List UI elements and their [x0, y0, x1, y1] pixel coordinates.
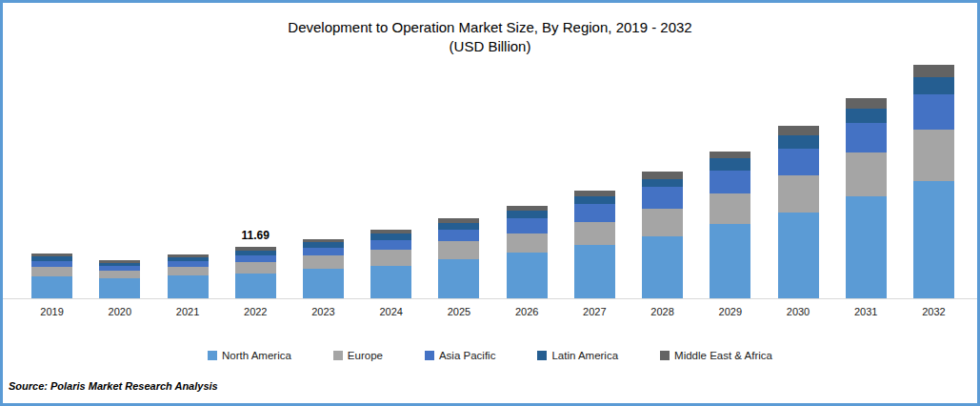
legend-label: Asia Pacific [439, 350, 495, 361]
bar-segment-asia-pacific [303, 248, 344, 255]
bar-segment-asia-pacific [642, 187, 683, 208]
bar-segment-europe [235, 262, 276, 274]
stacked-bar-2026 [507, 206, 548, 298]
x-axis-labels: 2019202020212022202320242025202620272028… [18, 306, 968, 317]
stacked-bar-2019 [31, 254, 72, 298]
bar-segment-north-america [99, 278, 140, 298]
legend-swatch-europe [333, 351, 343, 360]
bar-segment-north-america [303, 269, 344, 298]
x-axis-label-2025: 2025 [425, 306, 492, 317]
x-axis-label-2022: 2022 [222, 306, 290, 317]
legend-item-europe: Europe [333, 350, 383, 361]
bar-segment-north-america [574, 245, 615, 298]
bar-segment-latin-america [507, 211, 548, 218]
legend: North AmericaEuropeAsia PacificLatin Ame… [3, 350, 977, 361]
bar-slot-2020 [86, 57, 153, 298]
chart-title: Development to Operation Market Size, By… [3, 18, 977, 37]
bar-slot-2031 [832, 57, 900, 298]
bar-segment-latin-america [642, 179, 683, 188]
chart-title-block: Development to Operation Market Size, By… [3, 18, 977, 56]
legend-item-north-america: North America [208, 350, 291, 361]
stacked-bar-2032 [913, 65, 954, 298]
bar-segment-latin-america [778, 135, 819, 149]
stacked-bar-2031 [846, 98, 887, 298]
legend-swatch-asia-pacific [425, 351, 434, 360]
x-axis-line [3, 298, 977, 299]
bar-segment-asia-pacific [846, 123, 887, 153]
x-axis-label-2030: 2030 [764, 306, 831, 317]
x-axis-label-2029: 2029 [696, 306, 764, 317]
legend-label: Europe [348, 350, 383, 361]
bar-segment-asia-pacific [574, 204, 615, 222]
bar-segment-middle-east-africa [913, 65, 954, 77]
bar-segment-north-america [778, 213, 819, 298]
bar-segment-middle-east-africa [778, 126, 819, 135]
legend-label: Latin America [551, 350, 618, 361]
x-axis-label-2032: 2032 [900, 306, 968, 317]
bar-slot-2026 [493, 57, 561, 298]
bar-segment-asia-pacific [913, 94, 954, 130]
bar-segment-north-america [31, 276, 72, 298]
bar-segment-europe [574, 222, 615, 246]
bar-segment-asia-pacific [507, 218, 548, 233]
stacked-bar-2030 [778, 126, 819, 298]
bar-slot-2027 [561, 57, 629, 298]
legend-item-latin-america: Latin America [537, 350, 618, 361]
bar-segment-latin-america [710, 158, 750, 170]
bar-segment-europe [438, 241, 479, 259]
bar-segment-europe [31, 267, 72, 276]
bar-segment-north-america [710, 224, 750, 298]
bar-segment-north-america [642, 236, 683, 298]
stacked-bar-2021 [168, 254, 209, 298]
bar-segment-europe [370, 250, 411, 266]
bar-segment-middle-east-africa [846, 98, 887, 109]
bar-segment-north-america [235, 274, 276, 298]
bar-segment-north-america [846, 196, 887, 298]
bar-segment-europe [99, 271, 140, 278]
bar-segment-north-america [913, 181, 954, 298]
stacked-bar-2020 [99, 260, 140, 298]
bar-segment-middle-east-africa [710, 152, 750, 159]
bar-segment-north-america [507, 253, 548, 298]
bar-segment-latin-america [913, 77, 954, 94]
bar-segment-latin-america [846, 109, 887, 123]
stacked-bar-2022 [235, 247, 276, 298]
x-axis-label-2023: 2023 [290, 306, 357, 317]
legend-label: Middle East & Africa [674, 350, 772, 361]
bar-segment-asia-pacific [778, 149, 819, 174]
bar-segment-latin-america [574, 196, 615, 204]
bar-segment-north-america [438, 259, 479, 298]
bar-slot-2022: 11.69 [222, 57, 290, 298]
legend-label: North America [222, 350, 291, 361]
bar-slot-2019 [18, 57, 86, 298]
stacked-bar-2023 [303, 239, 344, 298]
bar-segment-europe [778, 175, 819, 213]
x-axis-label-2020: 2020 [86, 306, 153, 317]
bar-segment-latin-america [438, 223, 479, 230]
chart-subtitle: (USD Billion) [3, 37, 977, 56]
x-axis-label-2021: 2021 [153, 306, 221, 317]
bar-segment-europe [846, 152, 887, 196]
legend-swatch-middle-east-africa [660, 351, 670, 360]
stacked-bar-2025 [438, 218, 479, 298]
bar-segment-asia-pacific [370, 240, 411, 251]
legend-swatch-north-america [208, 351, 217, 360]
legend-item-asia-pacific: Asia Pacific [425, 350, 495, 361]
x-axis-label-2026: 2026 [493, 306, 561, 317]
x-axis-label-2028: 2028 [629, 306, 696, 317]
stacked-bar-2027 [574, 191, 615, 298]
bar-slot-2025 [425, 57, 492, 298]
bar-segment-europe [710, 193, 750, 225]
stacked-bar-2029 [710, 152, 750, 298]
bar-segment-europe [642, 209, 683, 236]
chart-frame: Development to Operation Market Size, By… [0, 0, 980, 406]
bar-slot-2021 [153, 57, 221, 298]
bar-segment-europe [913, 130, 954, 181]
bar-slot-2032 [900, 57, 968, 298]
bar-segment-middle-east-africa [642, 172, 683, 178]
bar-segment-north-america [370, 266, 411, 298]
bar-slot-2024 [357, 57, 425, 298]
x-axis-label-2024: 2024 [357, 306, 425, 317]
x-axis-label-2027: 2027 [561, 306, 629, 317]
source-note: Source: Polaris Market Research Analysis [9, 380, 218, 392]
